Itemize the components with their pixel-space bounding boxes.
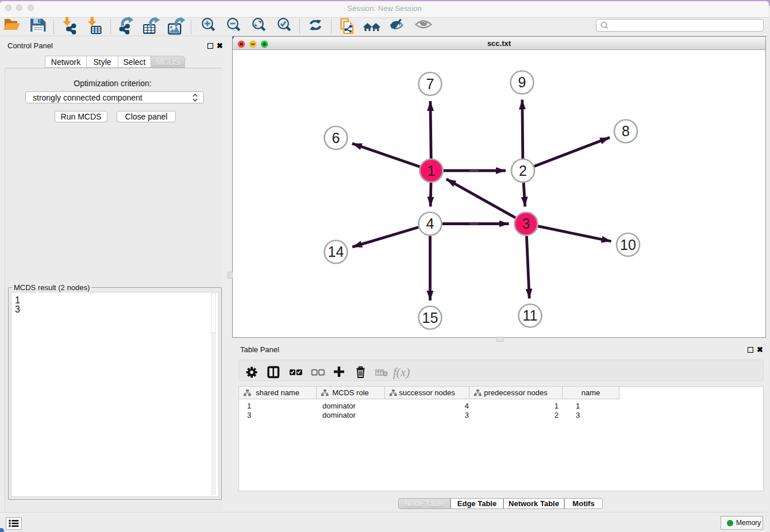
svg-text:3: 3 — [522, 215, 530, 232]
svg-text:8: 8 — [622, 123, 630, 139]
svg-text:10: 10 — [620, 237, 636, 253]
svg-text:6: 6 — [332, 130, 340, 146]
svg-text:15: 15 — [422, 310, 438, 326]
svg-text:14: 14 — [328, 244, 344, 260]
svg-text:2: 2 — [519, 163, 527, 179]
svg-text:4: 4 — [426, 215, 434, 232]
svg-text:1: 1 — [428, 163, 436, 179]
svg-text:9: 9 — [518, 74, 526, 90]
svg-text:7: 7 — [426, 76, 434, 92]
svg-text:11: 11 — [523, 307, 538, 323]
